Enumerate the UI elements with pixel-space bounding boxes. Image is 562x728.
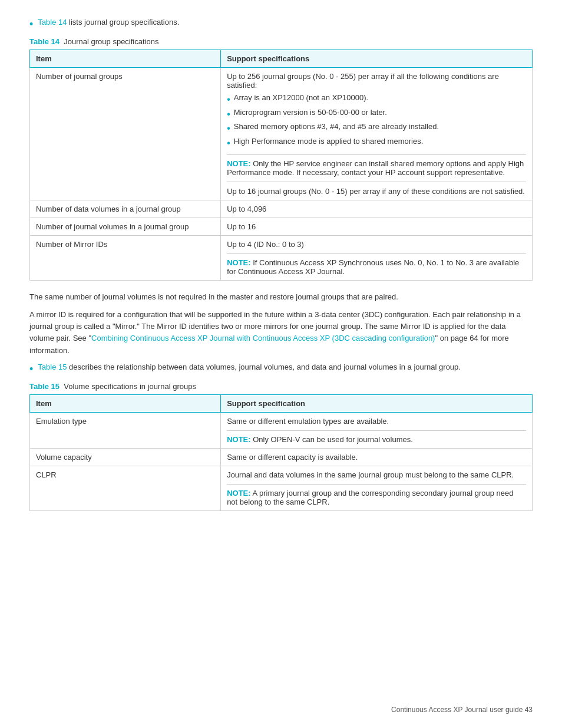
note-label: NOTE: bbox=[227, 258, 250, 267]
table14-col2-header: Support specifications bbox=[221, 50, 533, 68]
support-main-1: Up to 4,096 bbox=[227, 205, 266, 213]
table15-support-1: Same or different capacity is available. bbox=[221, 449, 533, 466]
cell-bullet: •Shared memory options #3, #4, and #5 ar… bbox=[227, 122, 526, 135]
footer-text: Continuous Access XP Journal user guide … bbox=[391, 706, 533, 714]
note-label: NOTE: bbox=[227, 435, 250, 444]
table15-header-row: Item Support specification bbox=[30, 395, 533, 413]
table15-caption-text: Volume specifications in journal groups bbox=[64, 382, 196, 391]
bullet2-icon: • bbox=[29, 363, 33, 376]
t15-main-2: Journal and data volumes in the same jou… bbox=[227, 470, 514, 479]
cb-dot-icon: • bbox=[227, 108, 230, 121]
bullet-text: Shared memory options #3, #4, and #5 are… bbox=[234, 122, 439, 131]
table14-support-2: Up to 16 bbox=[221, 218, 533, 235]
table14-row-2: Number of journal volumes in a journal g… bbox=[30, 218, 533, 235]
table15-label: Table 15 bbox=[29, 382, 59, 391]
intro-bullet-1: • Table 14 lists journal group specifica… bbox=[29, 18, 533, 31]
cb-dot-icon: • bbox=[227, 137, 230, 150]
table14-row-0: Number of journal groupsUp to 256 journa… bbox=[30, 68, 533, 200]
table14-item-1: Number of data volumes in a journal grou… bbox=[30, 200, 221, 218]
cell-bullet: •Array is an XP12000 (not an XP10000). bbox=[227, 93, 526, 106]
support-secondary-0: Up to 16 journal groups (No. 0 - 15) per… bbox=[227, 187, 525, 196]
note-label: NOTE: bbox=[227, 489, 250, 498]
table15-link[interactable]: Table 15 bbox=[38, 363, 67, 371]
body-para-1: The same number of journal volumes is no… bbox=[29, 291, 533, 303]
table14-row-1: Number of data volumes in a journal grou… bbox=[30, 200, 533, 218]
support-main-2: Up to 16 bbox=[227, 222, 256, 231]
table15-row-2: CLPRJournal and data volumes in the same… bbox=[30, 466, 533, 511]
table15-support-2: Journal and data volumes in the same jou… bbox=[221, 466, 533, 511]
table15-item-1: Volume capacity bbox=[30, 449, 221, 466]
cb-dot-icon: • bbox=[227, 93, 230, 106]
table15-item-0: Emulation type bbox=[30, 413, 221, 449]
intro-text: Table 14 lists journal group specificati… bbox=[38, 18, 179, 27]
table14-support-1: Up to 4,096 bbox=[221, 200, 533, 218]
table14-caption: Table 14 Journal group specifications bbox=[29, 37, 533, 46]
table14-support-0: Up to 256 journal groups (No. 0 - 255) p… bbox=[221, 68, 533, 200]
table15-item-2: CLPR bbox=[30, 466, 221, 511]
table15-col1-header: Item bbox=[30, 395, 221, 413]
t15-main-1: Same or different capacity is available. bbox=[227, 453, 358, 462]
intro-text-2: Table 15 describes the relationship betw… bbox=[38, 363, 461, 371]
table14-row-3: Number of Mirror IDsUp to 4 (ID No.: 0 t… bbox=[30, 235, 533, 280]
note-block-0: NOTE: Only the HP service engineer can i… bbox=[227, 154, 526, 177]
body-para-2: A mirror ID is required for a configurat… bbox=[29, 309, 533, 357]
table14-link[interactable]: Table 14 bbox=[38, 18, 67, 27]
body-link[interactable]: Combining Continuous Access XP Journal w… bbox=[91, 334, 435, 342]
table14-item-2: Number of journal volumes in a journal g… bbox=[30, 218, 221, 235]
table15-col2-header: Support specification bbox=[221, 395, 533, 413]
note-label: NOTE: bbox=[227, 159, 250, 168]
t15-note-2: NOTE: A primary journal group and the co… bbox=[227, 484, 526, 506]
table15-row-1: Volume capacitySame or different capacit… bbox=[30, 449, 533, 466]
cell-bullet: •High Performance mode is applied to sha… bbox=[227, 137, 526, 150]
bullet-text: Array is an XP12000 (not an XP10000). bbox=[234, 93, 368, 102]
intro-bullet-2: • Table 15 describes the relationship be… bbox=[29, 363, 533, 376]
t15-note-0: NOTE: Only OPEN-V can be used for journa… bbox=[227, 430, 526, 444]
table14-item-0: Number of journal groups bbox=[30, 68, 221, 200]
table15: Item Support specification Emulation typ… bbox=[29, 394, 533, 511]
table14-support-3: Up to 4 (ID No.: 0 to 3)NOTE: If Continu… bbox=[221, 235, 533, 280]
cell-divider bbox=[227, 182, 526, 182]
bullet-icon: • bbox=[29, 18, 33, 31]
note-block-3: NOTE: If Continuous Access XP Synchronou… bbox=[227, 253, 526, 276]
table15-support-0: Same or different emulation types are av… bbox=[221, 413, 533, 449]
bullet-text: High Performance mode is applied to shar… bbox=[234, 137, 424, 146]
table15-row-0: Emulation typeSame or different emulatio… bbox=[30, 413, 533, 449]
support-main-0: Up to 256 journal groups (No. 0 - 255) p… bbox=[227, 72, 499, 90]
table14-label: Table 14 bbox=[29, 37, 59, 46]
table14: Item Support specifications Number of jo… bbox=[29, 50, 533, 281]
table14-item-3: Number of Mirror IDs bbox=[30, 235, 221, 280]
t15-main-0: Same or different emulation types are av… bbox=[227, 417, 389, 426]
page-footer: Continuous Access XP Journal user guide … bbox=[391, 706, 533, 714]
support-main-3: Up to 4 (ID No.: 0 to 3) bbox=[227, 240, 304, 249]
cb-dot-icon: • bbox=[227, 122, 230, 135]
cell-bullet: •Microprogram version is 50-05-00-00 or … bbox=[227, 108, 526, 121]
table14-col1-header: Item bbox=[30, 50, 221, 68]
table14-header-row: Item Support specifications bbox=[30, 50, 533, 68]
bullet-text: Microprogram version is 50-05-00-00 or l… bbox=[234, 108, 387, 117]
table14-caption-text: Journal group specifications bbox=[64, 37, 158, 46]
table15-caption: Table 15 Volume specifications in journa… bbox=[29, 382, 533, 391]
